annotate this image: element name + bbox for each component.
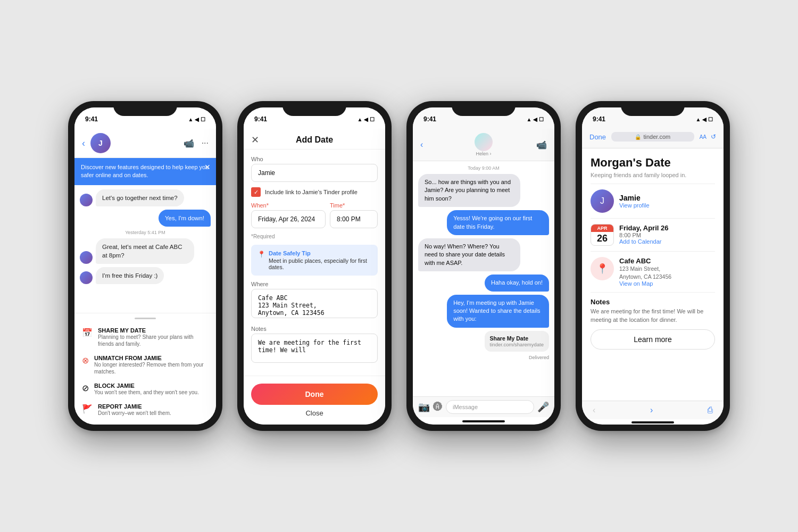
sheet-item-block[interactable]: ⊘ BLOCK JAMIE You won't see them, and th…: [74, 379, 216, 400]
sheet-item-unmatch[interactable]: ⊗ UNMATCH FROM JAMIE No longer intereste…: [74, 351, 216, 379]
notes-title: Notes: [591, 298, 715, 306]
date-info-row: APR 26 Friday, April 26 8:00 PM Add to C…: [591, 224, 715, 246]
block-sub: You won't see them, and they won't see y…: [94, 389, 199, 396]
back-button-1[interactable]: ‹: [82, 138, 85, 149]
page-subtitle: Keeping friends and family looped in.: [591, 172, 715, 178]
imsg-sent-1: Yesss! We're going on our first date thi…: [447, 210, 549, 235]
time-label: Time*: [330, 202, 378, 209]
status-icons-3: ▲ ◀ ☐: [527, 117, 544, 122]
avatar-1: J: [90, 133, 111, 153]
unmatch-title: UNMATCH FROM JAMIE: [94, 355, 209, 361]
tip-title: Date Safely Tip: [269, 250, 371, 256]
divider-4: [591, 292, 715, 293]
time-input[interactable]: [330, 210, 378, 228]
app-store-icon[interactable]: 🅐: [433, 402, 443, 413]
report-sub: Don't worry–we won't tell them.: [98, 410, 171, 417]
notch-4: [621, 101, 685, 116]
msg-avatar-1: [80, 194, 93, 206]
sheet-item-report[interactable]: 🚩 REPORT JAMIE Don't worry–we won't tell…: [74, 400, 216, 420]
include-link-row[interactable]: ✓ Include link to Jamie's Tinder profile: [251, 187, 378, 197]
notes-text: We are meeting for the first time! We wi…: [591, 307, 715, 324]
date-main: Friday, April 26: [619, 224, 668, 232]
tip-box: 📍 Date Safely Tip Meet in public places,…: [251, 245, 378, 276]
safari-done-button[interactable]: Done: [589, 133, 606, 141]
lock-icon: 🔒: [635, 134, 641, 140]
imessage-chat: Today 9:00 AM So... how are things with …: [413, 161, 554, 396]
done-button[interactable]: Done: [251, 384, 378, 405]
feature-banner: Discover new features designed to help k…: [74, 158, 216, 185]
share-my-date-card[interactable]: Share My Date tinder.com/sharemydate: [485, 331, 549, 352]
contact-name: Helen ›: [476, 151, 491, 156]
time-text: Time*: [330, 202, 345, 209]
msg-row-1: Let's go together next time?: [80, 189, 211, 206]
location-name: Cafe ABC: [619, 257, 671, 265]
time-1: 9:41: [85, 115, 98, 123]
view-profile-link[interactable]: View profile: [619, 202, 650, 209]
notch-1: [113, 101, 177, 116]
delivered-status: Delivered: [418, 355, 549, 360]
location-address: 123 Main Street,Anytown, CA 123456: [619, 265, 671, 280]
location-icon: 📍: [591, 257, 614, 280]
notes-section: Notes We are meeting for the first time!…: [591, 298, 715, 324]
when-input[interactable]: [251, 210, 326, 228]
phone-2: 9:41 ▲ ◀ ☐ ✕ Add Date Who ✓ Include link…: [237, 101, 392, 431]
profile-row: J Jamie View profile: [591, 189, 715, 213]
imsg-back-button[interactable]: ‹: [420, 140, 423, 149]
block-icon: ⊘: [82, 383, 89, 393]
contact-avatar: [475, 133, 493, 151]
report-title: REPORT JAMIE: [98, 403, 171, 410]
share-my-date-title: SHARE MY DATE: [98, 327, 209, 334]
nav-forward-arrow[interactable]: ›: [650, 405, 653, 415]
home-indicator-3: [462, 420, 505, 422]
phone-3: 9:41 ▲ ◀ ☐ ‹ Helen › 📹 Today 9:00 AM So.…: [406, 101, 561, 431]
calendar-icon: 📅: [82, 328, 93, 338]
sheet-item-share[interactable]: 📅 SHARE MY DATE Planning to meet? Share …: [74, 323, 216, 351]
imessage-input[interactable]: iMessage: [446, 400, 534, 414]
audio-icon[interactable]: 🎤: [537, 401, 549, 413]
notch-3: [452, 101, 516, 116]
learn-more-button[interactable]: Learn more: [591, 329, 715, 350]
notch-2: [282, 101, 346, 116]
profile-avatar: J: [591, 189, 614, 213]
chat-header-1: ‹ J 📹 ···: [74, 129, 216, 158]
aa-button[interactable]: AA: [700, 134, 706, 140]
view-on-map-link[interactable]: View on Map: [619, 280, 671, 287]
url-bar[interactable]: 🔒 tinder.com: [611, 132, 694, 142]
msg-row-sent-1: Yes, I'm down!: [80, 210, 211, 227]
msg-bubble-received-1: Let's go together next time?: [96, 189, 184, 206]
url-text: tinder.com: [643, 134, 670, 140]
block-title: BLOCK JAMIE: [94, 383, 199, 389]
share-icon[interactable]: ⎙: [708, 405, 713, 415]
notes-input[interactable]: We are meeting for the first time! We wi…: [251, 334, 378, 363]
modal-body: Who ✓ Include link to Jamie's Tinder pro…: [244, 149, 385, 376]
more-icon-1[interactable]: ···: [202, 138, 209, 148]
banner-close[interactable]: ✕: [204, 162, 211, 173]
modal-close-button[interactable]: ✕: [251, 134, 259, 146]
add-date-screen: ✕ Add Date Who ✓ Include link to Jamie's…: [244, 129, 385, 425]
include-link-label: Include link to Jamie's Tinder profile: [265, 189, 358, 195]
include-link-checkbox[interactable]: ✓: [251, 187, 261, 197]
modal-header: ✕ Add Date: [244, 129, 385, 149]
safari-header: Done 🔒 tinder.com AA ↺: [582, 129, 724, 148]
safari-nav-bar: ‹ › ⎙: [582, 401, 724, 419]
video-icon-1[interactable]: 📹: [184, 138, 194, 148]
add-to-calendar-link[interactable]: Add to Calendar: [619, 238, 668, 245]
banner-text: Discover new features designed to help k…: [81, 164, 209, 178]
msg-bubble-sent-1: Yes, I'm down!: [159, 210, 211, 227]
msg-bubble-received-3: I'm free this Friday :): [96, 267, 164, 284]
date-sub: 8:00 PM: [619, 232, 668, 238]
phone-1: 9:41 ▲ ◀ ☐ ‹ J 📹 ··· Discover new featur…: [68, 101, 222, 431]
notes-label: Notes: [251, 326, 378, 332]
video-call-icon[interactable]: 📹: [536, 140, 547, 150]
camera-icon[interactable]: 📷: [418, 401, 430, 413]
close-link[interactable]: Close: [251, 409, 378, 417]
timestamp-1: Yesterday 5:41 PM: [80, 230, 211, 235]
reload-button[interactable]: ↺: [711, 133, 716, 140]
imessage-input-bar: 📷 🅐 iMessage 🎤: [413, 396, 554, 417]
where-input[interactable]: Cafe ABC 123 Main Street, Anytown, CA 12…: [251, 289, 378, 318]
home-indicator-4: [631, 421, 674, 423]
status-icons-2: ▲ ◀ ☐: [358, 117, 375, 122]
nav-back-arrow[interactable]: ‹: [593, 405, 595, 415]
profile-name: Jamie: [619, 194, 650, 202]
who-input[interactable]: [251, 164, 378, 182]
